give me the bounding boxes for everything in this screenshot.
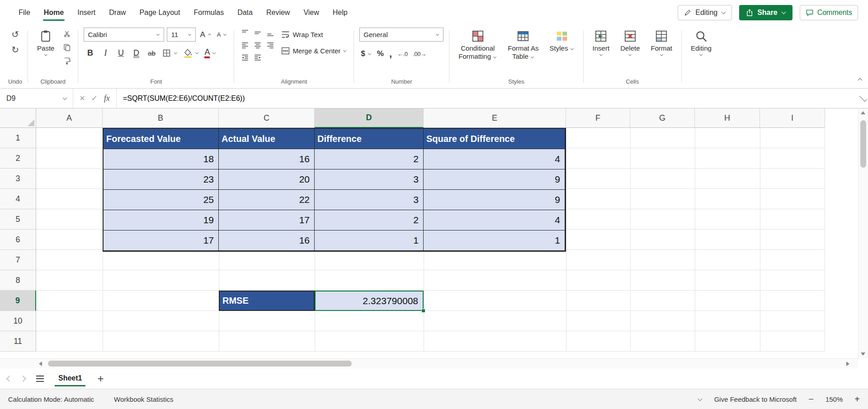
column-header-b[interactable]: B	[103, 108, 219, 128]
row-header-3[interactable]: 3	[0, 169, 36, 189]
next-sheet-icon[interactable]	[20, 375, 26, 381]
format-cells-button[interactable]: Format	[647, 28, 676, 58]
copy-button[interactable]	[61, 42, 72, 53]
editing-group-button[interactable]: Editing	[687, 28, 715, 58]
menu-tab-home[interactable]: Home	[37, 1, 71, 24]
redo-button[interactable]: ↻	[10, 43, 20, 56]
calculation-mode-button[interactable]: Calculation Mode: Automatic	[8, 395, 94, 403]
cell-e2[interactable]: 4	[424, 149, 565, 169]
horizontal-scrollbar[interactable]	[0, 358, 858, 368]
cell-d9-active-cell[interactable]: 2.323790008	[315, 291, 424, 311]
undo-button[interactable]: ↺	[10, 28, 20, 41]
status-options-chevron-icon[interactable]	[698, 396, 702, 401]
workbook-statistics-button[interactable]: Workbook Statistics	[114, 395, 173, 403]
cell-c5[interactable]: 17	[219, 210, 315, 230]
align-center-button[interactable]	[252, 40, 263, 51]
insert-function-button[interactable]: fx	[104, 94, 110, 103]
cell-e1[interactable]: Square of Difference	[424, 129, 565, 149]
vertical-scroll-thumb[interactable]	[860, 120, 866, 168]
paste-button[interactable]: Paste	[33, 28, 58, 58]
fill-handle[interactable]	[421, 309, 425, 313]
row-header-11[interactable]: 11	[0, 331, 36, 352]
merge-center-button[interactable]: Merge & Center	[279, 45, 348, 57]
zoom-level[interactable]: 150%	[826, 395, 843, 403]
column-header-i[interactable]: I	[760, 108, 825, 128]
cell-d6[interactable]: 1	[315, 230, 424, 251]
row-header-6[interactable]: 6	[0, 230, 36, 250]
cell-c9-rmse-label[interactable]: RMSE	[219, 291, 315, 311]
menu-tab-insert[interactable]: Insert	[71, 1, 102, 24]
align-right-button[interactable]	[265, 40, 276, 51]
font-color-button[interactable]: A	[203, 47, 217, 60]
increase-decimal-button[interactable]: ←.0	[396, 49, 409, 59]
wrap-text-button[interactable]: Wrap Text	[279, 28, 348, 41]
align-left-button[interactable]	[240, 40, 250, 51]
previous-sheet-icon[interactable]	[6, 375, 13, 381]
row-header-10[interactable]: 10	[0, 311, 36, 331]
cell-e3[interactable]: 9	[424, 169, 565, 190]
cell-c2[interactable]: 16	[219, 149, 315, 169]
select-all-corner[interactable]	[0, 108, 36, 128]
expand-formula-bar-icon[interactable]	[859, 94, 867, 102]
horizontal-scroll-thumb[interactable]	[48, 361, 352, 367]
menu-tab-help[interactable]: Help	[326, 1, 354, 24]
column-header-c[interactable]: C	[219, 108, 315, 128]
cell-d5[interactable]: 2	[315, 210, 424, 230]
borders-button[interactable]	[160, 47, 179, 59]
menu-tab-file[interactable]: File	[12, 1, 37, 24]
cell-b2[interactable]: 18	[104, 149, 219, 169]
cancel-button[interactable]: ×	[80, 93, 85, 103]
cell-e5[interactable]: 4	[424, 210, 565, 230]
row-header-8[interactable]: 8	[0, 270, 36, 291]
cell-e6[interactable]: 1	[424, 230, 565, 251]
scroll-left-icon[interactable]	[39, 362, 42, 366]
cell-styles-button[interactable]: Styles	[546, 28, 578, 54]
cut-button[interactable]	[61, 28, 72, 39]
accounting-format-button[interactable]: $	[359, 48, 373, 60]
sheet-tab-sheet1[interactable]: Sheet1	[55, 371, 85, 386]
decrease-indent-button[interactable]	[240, 52, 250, 63]
name-box[interactable]: D9	[0, 89, 73, 108]
number-format-select[interactable]: General	[359, 28, 443, 42]
format-as-table-button[interactable]: Format As Table	[504, 28, 542, 62]
cell-b1[interactable]: Forecasted Value	[104, 129, 219, 149]
menu-tab-data[interactable]: Data	[231, 1, 259, 24]
align-bottom-button[interactable]	[265, 28, 276, 38]
scroll-down-icon[interactable]	[861, 353, 865, 356]
cell-e4[interactable]: 9	[424, 190, 565, 210]
all-sheets-menu-button[interactable]	[34, 374, 46, 384]
scroll-right-icon[interactable]	[846, 362, 849, 366]
cell-d2[interactable]: 2	[315, 149, 424, 169]
cell-d3[interactable]: 3	[315, 169, 424, 190]
italic-button[interactable]: I	[99, 47, 112, 60]
give-feedback-button[interactable]: Give Feedback to Microsoft	[714, 395, 797, 403]
decrease-font-size-button[interactable]: A	[216, 30, 229, 39]
column-header-g[interactable]: G	[630, 108, 695, 128]
collapse-ribbon-button[interactable]	[858, 76, 863, 85]
formula-input[interactable]: =SQRT(SUM(E2:E6)/COUNT(E2:E6))	[117, 94, 859, 103]
increase-indent-button[interactable]	[252, 52, 263, 63]
cell-b4[interactable]: 25	[104, 190, 219, 210]
column-header-f[interactable]: F	[566, 108, 630, 128]
menu-tab-view[interactable]: View	[297, 1, 326, 24]
share-button[interactable]: Share	[739, 5, 792, 20]
menu-tab-page-layout[interactable]: Page Layout	[133, 1, 187, 24]
insert-cells-button[interactable]: Insert	[589, 28, 613, 58]
enter-button[interactable]: ✓	[91, 94, 98, 103]
column-header-d[interactable]: D	[315, 108, 424, 128]
vertical-scrollbar[interactable]	[858, 108, 868, 358]
cell-d4[interactable]: 3	[315, 190, 424, 210]
fill-color-button[interactable]	[182, 47, 200, 59]
cell-b6[interactable]: 17	[104, 230, 219, 251]
scroll-up-icon[interactable]	[861, 111, 865, 114]
cell-d1[interactable]: Difference	[315, 129, 424, 149]
cell-c3[interactable]: 20	[219, 169, 315, 190]
cell-b5[interactable]: 19	[104, 210, 219, 230]
bold-button[interactable]: B	[84, 47, 96, 60]
underline-button[interactable]: U	[114, 47, 127, 60]
menu-tab-review[interactable]: Review	[259, 1, 297, 24]
menu-tab-formulas[interactable]: Formulas	[187, 1, 231, 24]
comma-style-button[interactable]: ,	[388, 47, 393, 61]
cell-b3[interactable]: 23	[104, 169, 219, 190]
column-header-h[interactable]: H	[695, 108, 760, 128]
